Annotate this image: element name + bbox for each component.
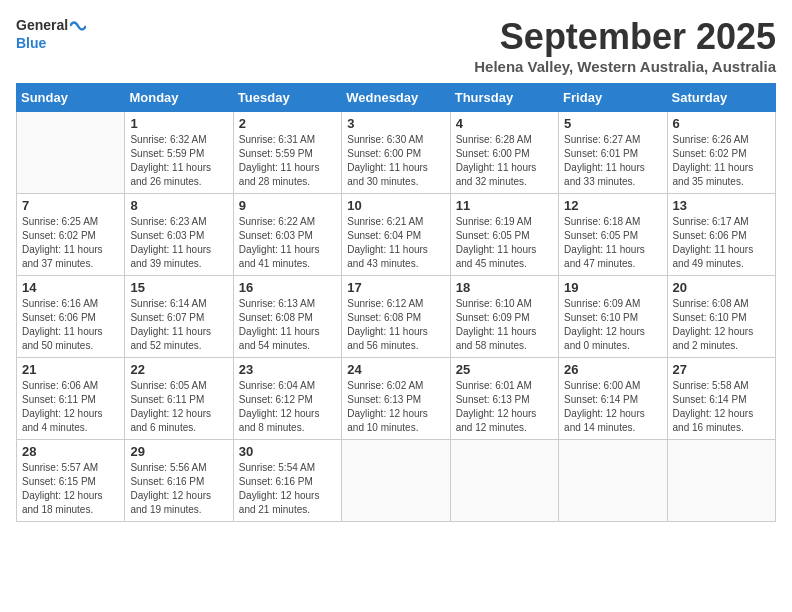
day-info: Sunrise: 6:22 AM Sunset: 6:03 PM Dayligh… <box>239 215 336 271</box>
logo-wave-icon <box>70 19 86 33</box>
day-number: 27 <box>673 362 770 377</box>
day-info: Sunrise: 6:04 AM Sunset: 6:12 PM Dayligh… <box>239 379 336 435</box>
calendar-table: Sunday Monday Tuesday Wednesday Thursday… <box>16 83 776 522</box>
table-row: 12Sunrise: 6:18 AM Sunset: 6:05 PM Dayli… <box>559 194 667 276</box>
table-row: 19Sunrise: 6:09 AM Sunset: 6:10 PM Dayli… <box>559 276 667 358</box>
table-row: 20Sunrise: 6:08 AM Sunset: 6:10 PM Dayli… <box>667 276 775 358</box>
day-number: 24 <box>347 362 444 377</box>
header-wednesday: Wednesday <box>342 84 450 112</box>
table-row: 3Sunrise: 6:30 AM Sunset: 6:00 PM Daylig… <box>342 112 450 194</box>
day-info: Sunrise: 6:21 AM Sunset: 6:04 PM Dayligh… <box>347 215 444 271</box>
day-number: 3 <box>347 116 444 131</box>
table-row: 18Sunrise: 6:10 AM Sunset: 6:09 PM Dayli… <box>450 276 558 358</box>
table-row: 16Sunrise: 6:13 AM Sunset: 6:08 PM Dayli… <box>233 276 341 358</box>
header-sunday: Sunday <box>17 84 125 112</box>
day-number: 11 <box>456 198 553 213</box>
day-number: 9 <box>239 198 336 213</box>
day-number: 4 <box>456 116 553 131</box>
table-row: 26Sunrise: 6:00 AM Sunset: 6:14 PM Dayli… <box>559 358 667 440</box>
table-row: 11Sunrise: 6:19 AM Sunset: 6:05 PM Dayli… <box>450 194 558 276</box>
header-thursday: Thursday <box>450 84 558 112</box>
day-info: Sunrise: 6:26 AM Sunset: 6:02 PM Dayligh… <box>673 133 770 189</box>
day-number: 25 <box>456 362 553 377</box>
table-row <box>559 440 667 522</box>
header-saturday: Saturday <box>667 84 775 112</box>
day-info: Sunrise: 5:58 AM Sunset: 6:14 PM Dayligh… <box>673 379 770 435</box>
day-info: Sunrise: 6:25 AM Sunset: 6:02 PM Dayligh… <box>22 215 119 271</box>
table-row: 5Sunrise: 6:27 AM Sunset: 6:01 PM Daylig… <box>559 112 667 194</box>
day-info: Sunrise: 6:06 AM Sunset: 6:11 PM Dayligh… <box>22 379 119 435</box>
calendar-week-row: 14Sunrise: 6:16 AM Sunset: 6:06 PM Dayli… <box>17 276 776 358</box>
day-number: 2 <box>239 116 336 131</box>
day-number: 23 <box>239 362 336 377</box>
day-number: 13 <box>673 198 770 213</box>
day-info: Sunrise: 6:00 AM Sunset: 6:14 PM Dayligh… <box>564 379 661 435</box>
day-number: 7 <box>22 198 119 213</box>
header-tuesday: Tuesday <box>233 84 341 112</box>
day-number: 22 <box>130 362 227 377</box>
day-info: Sunrise: 6:12 AM Sunset: 6:08 PM Dayligh… <box>347 297 444 353</box>
day-number: 17 <box>347 280 444 295</box>
day-info: Sunrise: 6:23 AM Sunset: 6:03 PM Dayligh… <box>130 215 227 271</box>
table-row: 24Sunrise: 6:02 AM Sunset: 6:13 PM Dayli… <box>342 358 450 440</box>
calendar-week-row: 28Sunrise: 5:57 AM Sunset: 6:15 PM Dayli… <box>17 440 776 522</box>
table-row: 17Sunrise: 6:12 AM Sunset: 6:08 PM Dayli… <box>342 276 450 358</box>
title-area: September 2025 Helena Valley, Western Au… <box>474 16 776 75</box>
day-info: Sunrise: 6:13 AM Sunset: 6:08 PM Dayligh… <box>239 297 336 353</box>
day-info: Sunrise: 6:31 AM Sunset: 5:59 PM Dayligh… <box>239 133 336 189</box>
day-info: Sunrise: 6:17 AM Sunset: 6:06 PM Dayligh… <box>673 215 770 271</box>
page-header: General Blue September 2025 Helena Valle… <box>16 16 776 75</box>
table-row: 15Sunrise: 6:14 AM Sunset: 6:07 PM Dayli… <box>125 276 233 358</box>
table-row: 8Sunrise: 6:23 AM Sunset: 6:03 PM Daylig… <box>125 194 233 276</box>
day-number: 10 <box>347 198 444 213</box>
day-number: 14 <box>22 280 119 295</box>
day-number: 20 <box>673 280 770 295</box>
day-info: Sunrise: 6:28 AM Sunset: 6:00 PM Dayligh… <box>456 133 553 189</box>
table-row: 28Sunrise: 5:57 AM Sunset: 6:15 PM Dayli… <box>17 440 125 522</box>
day-number: 30 <box>239 444 336 459</box>
day-info: Sunrise: 6:16 AM Sunset: 6:06 PM Dayligh… <box>22 297 119 353</box>
table-row: 9Sunrise: 6:22 AM Sunset: 6:03 PM Daylig… <box>233 194 341 276</box>
day-info: Sunrise: 6:09 AM Sunset: 6:10 PM Dayligh… <box>564 297 661 353</box>
table-row: 23Sunrise: 6:04 AM Sunset: 6:12 PM Dayli… <box>233 358 341 440</box>
logo-inner: General Blue <box>16 16 86 52</box>
table-row: 4Sunrise: 6:28 AM Sunset: 6:00 PM Daylig… <box>450 112 558 194</box>
day-number: 21 <box>22 362 119 377</box>
table-row: 6Sunrise: 6:26 AM Sunset: 6:02 PM Daylig… <box>667 112 775 194</box>
table-row <box>342 440 450 522</box>
day-info: Sunrise: 6:14 AM Sunset: 6:07 PM Dayligh… <box>130 297 227 353</box>
logo: General Blue <box>16 16 86 52</box>
calendar-week-row: 21Sunrise: 6:06 AM Sunset: 6:11 PM Dayli… <box>17 358 776 440</box>
table-row: 7Sunrise: 6:25 AM Sunset: 6:02 PM Daylig… <box>17 194 125 276</box>
table-row <box>667 440 775 522</box>
header-monday: Monday <box>125 84 233 112</box>
day-number: 6 <box>673 116 770 131</box>
day-info: Sunrise: 6:08 AM Sunset: 6:10 PM Dayligh… <box>673 297 770 353</box>
day-number: 19 <box>564 280 661 295</box>
day-number: 26 <box>564 362 661 377</box>
table-row: 29Sunrise: 5:56 AM Sunset: 6:16 PM Dayli… <box>125 440 233 522</box>
table-row: 27Sunrise: 5:58 AM Sunset: 6:14 PM Dayli… <box>667 358 775 440</box>
table-row: 13Sunrise: 6:17 AM Sunset: 6:06 PM Dayli… <box>667 194 775 276</box>
day-number: 29 <box>130 444 227 459</box>
table-row: 22Sunrise: 6:05 AM Sunset: 6:11 PM Dayli… <box>125 358 233 440</box>
day-info: Sunrise: 5:54 AM Sunset: 6:16 PM Dayligh… <box>239 461 336 517</box>
day-info: Sunrise: 6:05 AM Sunset: 6:11 PM Dayligh… <box>130 379 227 435</box>
location-subtitle: Helena Valley, Western Australia, Austra… <box>474 58 776 75</box>
day-number: 12 <box>564 198 661 213</box>
day-number: 18 <box>456 280 553 295</box>
month-title: September 2025 <box>474 16 776 58</box>
calendar-week-row: 7Sunrise: 6:25 AM Sunset: 6:02 PM Daylig… <box>17 194 776 276</box>
day-number: 28 <box>22 444 119 459</box>
day-info: Sunrise: 6:18 AM Sunset: 6:05 PM Dayligh… <box>564 215 661 271</box>
table-row: 14Sunrise: 6:16 AM Sunset: 6:06 PM Dayli… <box>17 276 125 358</box>
day-info: Sunrise: 6:30 AM Sunset: 6:00 PM Dayligh… <box>347 133 444 189</box>
table-row: 10Sunrise: 6:21 AM Sunset: 6:04 PM Dayli… <box>342 194 450 276</box>
day-info: Sunrise: 6:27 AM Sunset: 6:01 PM Dayligh… <box>564 133 661 189</box>
table-row: 25Sunrise: 6:01 AM Sunset: 6:13 PM Dayli… <box>450 358 558 440</box>
calendar-week-row: 1Sunrise: 6:32 AM Sunset: 5:59 PM Daylig… <box>17 112 776 194</box>
day-info: Sunrise: 6:10 AM Sunset: 6:09 PM Dayligh… <box>456 297 553 353</box>
table-row: 21Sunrise: 6:06 AM Sunset: 6:11 PM Dayli… <box>17 358 125 440</box>
day-number: 15 <box>130 280 227 295</box>
table-row: 2Sunrise: 6:31 AM Sunset: 5:59 PM Daylig… <box>233 112 341 194</box>
